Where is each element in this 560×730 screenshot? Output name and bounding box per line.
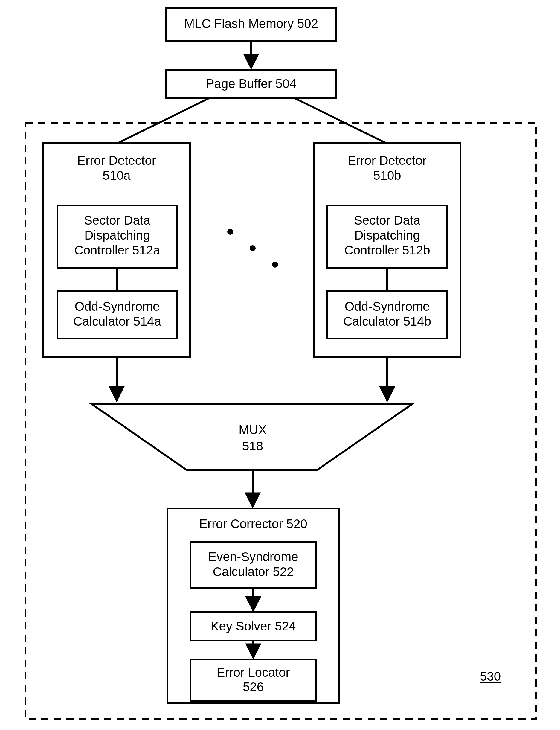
detector-a-title-l2: 510a [103,168,131,182]
svg-point-6 [272,262,278,268]
detector-a-dispatch-l3: Controller 512a [74,243,160,257]
detector-a-title-l1: Error Detector [77,153,156,167]
even-syndrome-l2: Calculator 522 [213,565,294,579]
error-corrector-title: Error Corrector 520 [199,517,307,531]
detector-b-title-l1: Error Detector [348,153,427,167]
detector-b-dispatch-l2: Dispatching [354,228,420,242]
detector-a-syndrome-l1: Odd-Syndrome [75,299,160,313]
error-detector-a: Error Detector 510a Sector Data Dispatch… [43,143,190,357]
detector-a-dispatch-l1: Sector Data [84,213,150,227]
detector-b-dispatch-l3: Controller 512b [344,243,430,257]
mlc-flash-memory-label: MLC Flash Memory 502 [184,16,318,31]
svg-marker-7 [91,404,413,470]
svg-point-5 [250,245,256,251]
error-locator-l1: Error Locator [216,665,290,679]
detector-a-syndrome-l2: Calculator 514a [73,314,161,328]
key-solver-label: Key Solver 524 [211,619,296,633]
mlc-flash-memory-box: MLC Flash Memory 502 [166,8,336,41]
svg-point-4 [227,229,233,235]
detector-b-title-l2: 510b [373,168,401,182]
detector-b-syndrome-l1: Odd-Syndrome [345,299,430,313]
even-syndrome-l1: Even-Syndrome [208,550,298,564]
error-detector-b: Error Detector 510b Sector Data Dispatch… [314,143,460,357]
ellipsis-icon [227,229,278,268]
error-corrector: Error Corrector 520 Even-Syndrome Calcul… [167,508,339,703]
detector-a-dispatch-l2: Dispatching [84,228,150,242]
module-530-label: 530 [480,669,501,683]
error-locator-l2: 526 [243,680,264,694]
detector-b-dispatch-l1: Sector Data [354,213,420,227]
detector-b-syndrome-l2: Calculator 514b [343,314,431,328]
mux-label-l1: MUX [239,423,266,437]
page-buffer-label: Page Buffer 504 [206,77,297,91]
mux: MUX 518 [91,404,413,470]
line-buffer-to-detector-b [295,98,386,143]
line-buffer-to-detector-a [118,98,209,143]
mux-label-l2: 518 [242,439,263,453]
flowchart: MLC Flash Memory 502 Page Buffer 504 530… [0,0,560,730]
page-buffer-box: Page Buffer 504 [166,70,336,98]
